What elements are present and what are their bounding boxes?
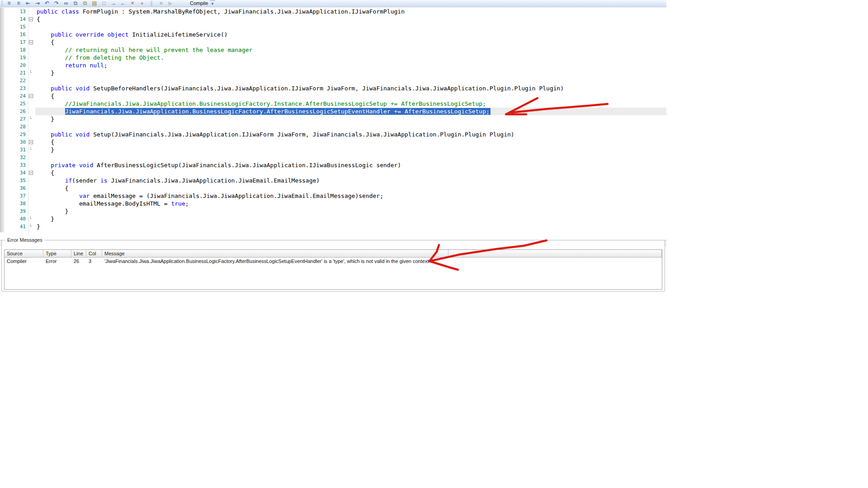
find-icon[interactable]: ∞ <box>62 0 70 7</box>
decrease-indent-icon[interactable]: ⇤ <box>24 0 32 7</box>
copy-icon[interactable]: ⧉ <box>72 0 79 7</box>
uncomment-selection-icon[interactable]: ≡ <box>15 0 22 7</box>
error-cell-col: 3 <box>86 258 102 265</box>
new-document-icon[interactable]: □ <box>100 0 108 7</box>
code-text[interactable]: { <box>37 15 40 23</box>
undo-icon[interactable]: ↶ <box>43 0 51 7</box>
error-grid-header-message[interactable]: Message <box>102 250 448 257</box>
code-line: 24− { <box>0 92 666 100</box>
error-grid-header-col[interactable]: Col <box>86 250 102 257</box>
code-text[interactable]: { <box>37 138 54 146</box>
fold-toggle-icon[interactable]: − <box>29 140 33 144</box>
error-grid[interactable]: SourceTypeLineColMessage CompilerError26… <box>4 249 662 290</box>
code-text[interactable]: } <box>37 69 54 77</box>
code-text[interactable]: if(sender is JiwaFinancials.Jiwa.JiwaApp… <box>37 177 320 184</box>
code-line: 40└ } <box>0 215 666 223</box>
line-number: 21 <box>0 69 26 77</box>
toolbar-grip[interactable] <box>1 1 3 6</box>
breakpoint-icon: ● <box>138 0 146 7</box>
code-text[interactable]: } <box>37 146 54 154</box>
toolbar-overflow-icon[interactable]: ▾ <box>210 0 215 7</box>
code-line: 28 <box>0 123 666 131</box>
code-text[interactable]: //JiwaFinancials.Jiwa.JiwaApplication.Bu… <box>37 100 486 108</box>
code-text[interactable]: } <box>37 215 54 223</box>
code-line: 35 if(sender is JiwaFinancials.Jiwa.Jiwa… <box>0 177 666 184</box>
code-text[interactable]: } <box>37 207 68 215</box>
code-text[interactable]: JiwaFinancials.Jiwa.JiwaApplication.Busi… <box>37 108 490 115</box>
code-text[interactable]: } <box>37 115 54 123</box>
code-line: 27└ } <box>0 115 666 123</box>
error-cell-type: Error <box>43 258 71 265</box>
step-out-icon[interactable]: ← <box>119 0 127 7</box>
code-line: 16 public override object InitializeLife… <box>0 31 666 38</box>
line-number: 37 <box>0 192 26 200</box>
code-editor[interactable]: 13public class FormPlugin : System.Marsh… <box>0 8 666 232</box>
code-text[interactable]: private void AfterBusinessLogicSetup(Jiw… <box>37 161 401 169</box>
toolbar: ≡≡⇤⇥↶↷∞⧉⧉▤□→←×●∥■▶ Compile ▾ <box>0 0 666 7</box>
code-text[interactable]: // from deleting the Object. <box>37 54 164 61</box>
code-text[interactable]: public void SetupBeforeHandlers(JiwaFina… <box>37 84 564 92</box>
code-text[interactable]: // returning null here will prevent the … <box>37 46 252 54</box>
error-row[interactable]: CompilerError263'JiwaFinancials.Jiwa.Jiw… <box>5 258 662 265</box>
error-grid-header: SourceTypeLineColMessage <box>5 250 662 258</box>
step-into-icon[interactable]: → <box>110 0 117 7</box>
line-number: 20 <box>0 61 26 69</box>
code-text[interactable]: emailMessage.BodyIsHTML = true; <box>37 200 189 207</box>
code-line: 20 return null; <box>0 61 666 69</box>
increase-indent-icon[interactable]: ⇥ <box>34 0 41 7</box>
fold-toggle-icon[interactable]: − <box>29 171 33 175</box>
fold-toggle-icon[interactable]: − <box>29 17 33 21</box>
code-text[interactable]: public void Setup(JiwaFinancials.Jiwa.Ji… <box>37 131 514 138</box>
line-number: 14 <box>0 15 26 23</box>
code-line: 38 emailMessage.BodyIsHTML = true; <box>0 200 666 207</box>
code-text[interactable]: { <box>37 38 54 46</box>
code-line: 22 <box>0 77 666 84</box>
pause-icon: ∥ <box>148 0 155 7</box>
error-messages-panel: Error Messages SourceTypeLineColMessage … <box>1 240 665 291</box>
code-line: 23 public void SetupBeforeHandlers(JiwaF… <box>0 84 666 92</box>
line-number: 26 <box>0 108 26 115</box>
code-text[interactable]: { <box>37 92 54 100</box>
code-line: 14−{ <box>0 15 666 23</box>
line-number: 22 <box>0 77 26 84</box>
redo-icon[interactable]: ↷ <box>53 0 60 7</box>
line-number: 34 <box>0 169 26 177</box>
line-number: 32 <box>0 154 26 161</box>
line-number: 36 <box>0 184 26 192</box>
fold-toggle-icon[interactable]: − <box>29 94 33 98</box>
code-line: 34− { <box>0 169 666 177</box>
plugin-script-editor-window: ≡≡⇤⇥↶↷∞⧉⧉▤□→←×●∥■▶ Compile ▾ 13public cl… <box>0 0 666 292</box>
clear-breakpoints-icon[interactable]: × <box>129 0 136 7</box>
code-line: 41└} <box>0 223 666 230</box>
code-line: 37 var emailMessage = (JiwaFinancials.Ji… <box>0 192 666 200</box>
code-line: 31└ } <box>0 146 666 154</box>
code-line: 19 // from deleting the Object. <box>0 54 666 61</box>
toolbar-icons: ≡≡⇤⇥↶↷∞⧉⧉▤□→←×●∥■▶ <box>5 0 176 7</box>
code-text[interactable]: { <box>37 169 54 177</box>
error-grid-rows: CompilerError263'JiwaFinancials.Jiwa.Jiw… <box>5 258 662 265</box>
code-text[interactable]: public override object InitializeLifetim… <box>37 31 228 38</box>
code-line: 21└ } <box>0 69 666 77</box>
line-number: 16 <box>0 31 26 38</box>
error-grid-header-type[interactable]: Type <box>43 250 71 257</box>
error-cell-source: Compiler <box>5 258 43 265</box>
goto-line-icon[interactable]: ▤ <box>91 0 98 7</box>
code-text[interactable]: return null; <box>37 61 108 69</box>
error-grid-header-source[interactable]: Source <box>5 250 43 257</box>
line-number: 28 <box>0 123 26 131</box>
compile-button[interactable]: Compile <box>187 0 211 7</box>
fold-toggle-icon[interactable]: − <box>29 40 33 44</box>
error-grid-header-spacer[interactable] <box>448 250 662 257</box>
line-number: 29 <box>0 131 26 138</box>
line-number: 38 <box>0 200 26 207</box>
replace-icon[interactable]: ⧉ <box>81 0 89 7</box>
code-line: 25 //JiwaFinancials.Jiwa.JiwaApplication… <box>0 100 666 108</box>
code-line: 29 public void Setup(JiwaFinancials.Jiwa… <box>0 131 666 138</box>
code-text[interactable]: var emailMessage = (JiwaFinancials.Jiwa.… <box>37 192 383 200</box>
code-text[interactable]: { <box>37 184 68 192</box>
code-text[interactable]: } <box>37 223 40 230</box>
error-grid-header-line[interactable]: Line <box>71 250 86 257</box>
comment-selection-icon[interactable]: ≡ <box>5 0 13 7</box>
code-line: 33 private void AfterBusinessLogicSetup(… <box>0 161 666 169</box>
code-text[interactable]: public class FormPlugin : System.Marshal… <box>37 8 405 15</box>
